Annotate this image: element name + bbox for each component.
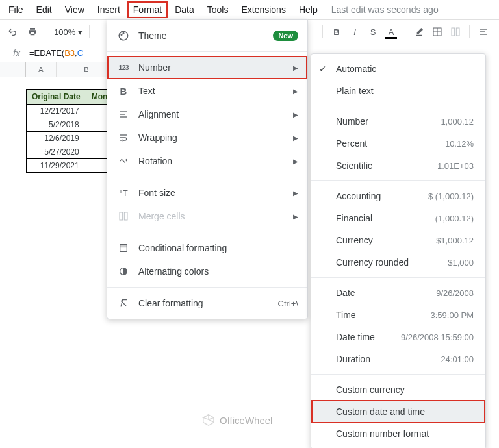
alternating-icon <box>116 266 131 277</box>
merge-icon <box>116 211 131 221</box>
align-button[interactable] <box>475 23 492 40</box>
alignment-icon <box>116 109 131 119</box>
format-fontsize-label: Font size <box>138 188 293 198</box>
format-fontsize[interactable]: TT Font size ▶ <box>107 181 307 205</box>
number-scientific-label: Scientific <box>336 160 437 171</box>
number-datetime-label: Date time <box>336 332 401 342</box>
number-duration[interactable]: Duration 24:01:00 <box>311 348 485 370</box>
format-alignment[interactable]: Alignment ▶ <box>107 103 307 126</box>
menubar: File Edit View Insert Format Data Tools … <box>0 0 499 19</box>
menu-separator <box>107 51 307 52</box>
number-percent[interactable]: Percent 10.12% <box>311 132 485 155</box>
clear-icon <box>116 298 131 308</box>
submenu-arrow-icon: ▶ <box>293 213 298 220</box>
format-number[interactable]: 123 Number ▶ <box>107 56 307 79</box>
print-button[interactable] <box>25 24 40 40</box>
borders-button[interactable] <box>429 23 446 40</box>
format-clear[interactable]: Clear formatting Ctrl+\ <box>107 292 307 315</box>
menu-separator <box>107 177 307 177</box>
formula-content: =EDATE(B3,C <box>29 48 83 58</box>
number-time[interactable]: Time 3:59:00 PM <box>311 304 485 326</box>
number-example: $1,000 <box>448 258 474 268</box>
number-scientific[interactable]: Scientific 1.01E+03 <box>311 155 485 177</box>
format-alternating[interactable]: Alternating colors <box>107 260 307 283</box>
number-date[interactable]: Date 9/26/2008 <box>311 282 485 304</box>
table-row: 11/29/2021 <box>27 159 113 173</box>
format-rotation[interactable]: Rotation ▶ <box>107 149 307 173</box>
text-color-button[interactable]: A <box>383 23 400 40</box>
toolbar-right: B I S A <box>318 19 492 44</box>
number-currency-rounded[interactable]: Currency rounded $1,000 <box>311 251 485 273</box>
toolbar-separator <box>322 25 323 38</box>
submenu-arrow-icon: ▶ <box>293 158 298 165</box>
merge-button[interactable] <box>447 23 464 40</box>
column-header-a[interactable]: A <box>26 62 57 77</box>
cell-date[interactable]: 5/2/2018 <box>27 118 86 132</box>
format-conditional[interactable]: Conditional formatting <box>107 236 307 260</box>
number-plaintext[interactable]: Plain text <box>311 80 485 102</box>
menu-edit[interactable]: Edit <box>31 1 58 18</box>
format-text[interactable]: B Text ▶ <box>107 79 307 103</box>
cell-date[interactable]: 12/21/2017 <box>27 105 86 118</box>
toolbar-separator <box>89 25 90 38</box>
zoom-value: 100% <box>54 27 75 37</box>
number-currency[interactable]: Currency $1,000.12 <box>311 229 485 251</box>
cell-date[interactable]: 11/29/2021 <box>27 159 86 173</box>
table-header-row: Original Date Mon <box>27 90 113 105</box>
number-example: $1,000.12 <box>436 236 474 245</box>
menu-data[interactable]: Data <box>169 1 200 18</box>
number-submenu: ✓ Automatic Plain text Number 1,000.12 P… <box>311 53 486 448</box>
watermark: OfficeWheel <box>201 413 272 427</box>
number-accounting[interactable]: Accounting $ (1,000.12) <box>311 185 485 207</box>
svg-rect-19 <box>120 245 127 247</box>
number-automatic[interactable]: ✓ Automatic <box>311 58 485 80</box>
format-wrapping[interactable]: Wrapping ▶ <box>107 126 307 149</box>
last-edit-link[interactable]: Last edit was seconds ago <box>331 5 439 15</box>
zoom-selector[interactable]: 100%▾ <box>54 27 83 37</box>
number-custom-datetime[interactable]: Custom date and time <box>311 400 485 423</box>
menu-separator <box>311 277 485 278</box>
header-original-date[interactable]: Original Date <box>27 90 86 105</box>
format-theme-label: Theme <box>138 31 273 41</box>
number-custom-currency-label: Custom currency <box>336 384 474 395</box>
number-financial[interactable]: Financial (1,000.12) <box>311 207 485 229</box>
number-example: 24:01:00 <box>441 355 474 364</box>
toolbar-separator <box>469 25 470 38</box>
number-example: 9/26/2008 15:59:00 <box>401 332 474 342</box>
submenu-arrow-icon: ▶ <box>293 190 298 197</box>
italic-button[interactable]: I <box>346 23 363 40</box>
number-icon: 123 <box>116 64 131 71</box>
format-clear-label: Clear formatting <box>138 298 278 308</box>
menu-file[interactable]: File <box>3 1 29 18</box>
select-all-cell[interactable] <box>0 62 26 77</box>
menu-view[interactable]: View <box>59 1 90 18</box>
number-custom-currency[interactable]: Custom currency <box>311 379 485 401</box>
menu-separator <box>311 106 485 106</box>
cell-date[interactable]: 5/27/2020 <box>27 145 86 159</box>
menu-extensions[interactable]: Extensions <box>235 1 291 18</box>
format-theme[interactable]: Theme New <box>107 24 307 47</box>
number-number-label: Number <box>336 116 441 127</box>
number-custom-number[interactable]: Custom number format <box>311 423 485 445</box>
menu-tools[interactable]: Tools <box>201 1 235 18</box>
number-datetime[interactable]: Date time 9/26/2008 15:59:00 <box>311 326 485 348</box>
table-row: 12/6/2019 <box>27 132 113 145</box>
submenu-arrow-icon: ▶ <box>293 111 298 118</box>
menu-format[interactable]: Format <box>127 1 168 18</box>
menu-insert[interactable]: Insert <box>92 1 126 18</box>
number-number[interactable]: Number 1,000.12 <box>311 110 485 132</box>
number-custom-datetime-label: Custom date and time <box>336 406 474 417</box>
strikethrough-button[interactable]: S <box>365 23 381 40</box>
fx-icon: fx <box>13 48 20 58</box>
number-accounting-label: Accounting <box>336 191 428 201</box>
bold-button[interactable]: B <box>328 23 345 40</box>
svg-point-10 <box>123 32 124 34</box>
cell-date[interactable]: 12/6/2019 <box>27 132 86 145</box>
undo-button[interactable] <box>5 24 21 40</box>
fill-color-button[interactable] <box>411 23 428 40</box>
number-plaintext-label: Plain text <box>336 86 474 96</box>
menu-help[interactable]: Help <box>293 1 324 18</box>
number-example: 3:59:00 PM <box>431 310 474 320</box>
toolbar-separator <box>405 25 405 38</box>
svg-marker-22 <box>209 417 214 422</box>
